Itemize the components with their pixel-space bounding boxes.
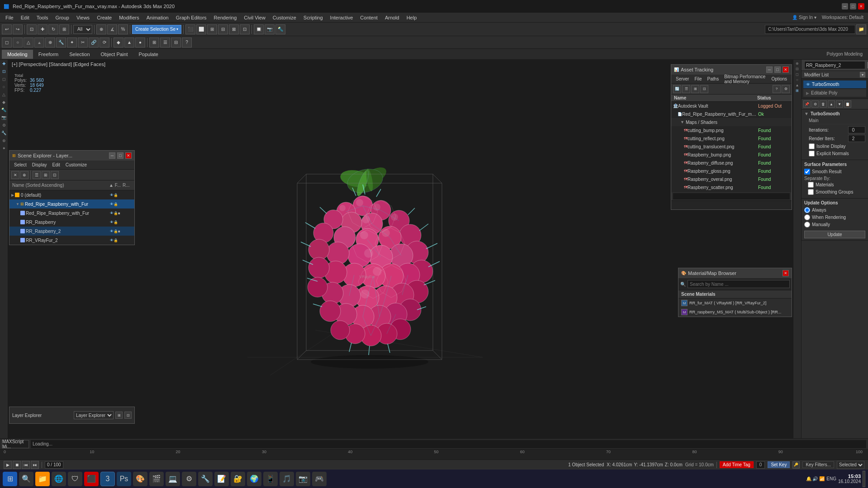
se-arrow-fur-layer[interactable]: ▼ — [16, 202, 19, 206]
taskbar-app11[interactable]: 📷 — [296, 472, 310, 486]
menu-animation[interactable]: Animation — [143, 14, 172, 21]
tb-btn3[interactable]: ⊞ — [207, 24, 217, 34]
timeline-track[interactable]: 0 10 20 30 40 50 60 70 80 90 100 — [0, 450, 868, 460]
se-btn5[interactable]: ⊡ — [51, 171, 59, 179]
se-menu-select[interactable]: Select — [11, 161, 29, 168]
se-eye-raspberry[interactable]: 👁 — [110, 220, 114, 224]
ls-icon-1[interactable]: ✚ — [1, 62, 7, 68]
taskbar-chrome[interactable]: 🌐 — [52, 472, 66, 486]
search-taskbar[interactable]: 🔍 — [19, 472, 33, 486]
sign-in-button[interactable]: 👤 Sign In ▾ — [789, 15, 819, 20]
menu-views[interactable]: Views — [73, 14, 93, 21]
mod-tool-down[interactable]: ▼ — [836, 100, 843, 108]
key-controls-btn[interactable]: 🔑 — [792, 461, 800, 469]
taskbar-app9[interactable]: 📱 — [263, 472, 278, 486]
modifier-turbosmooth[interactable]: 👁 TurboSmooth — [803, 81, 866, 88]
at-menu-options[interactable]: Options — [769, 76, 790, 82]
taskbar-app12[interactable]: 🎮 — [312, 472, 327, 486]
tab-selection[interactable]: Selection — [64, 50, 95, 59]
help-btn[interactable]: ? — [182, 38, 192, 47]
se-btn2[interactable]: ⊕ — [20, 171, 28, 179]
menu-arnold[interactable]: Arnold — [381, 14, 403, 21]
at-maps-arrow[interactable]: ▼ — [680, 120, 684, 124]
le-btn2[interactable]: ⊡ — [124, 412, 132, 419]
maximize-button[interactable]: □ — [850, 3, 856, 9]
modifier-editable-poly[interactable]: ▶ Editable Poly — [803, 89, 866, 97]
se-eye-fur-obj[interactable]: 👁 — [110, 211, 114, 215]
at-row-map6[interactable]: 🗺 Raspberry_gloss.png Found — [671, 167, 792, 175]
at-help[interactable]: ? — [773, 85, 781, 93]
se-row-raspberry2[interactable]: RR_Raspberry_2 👁 🔒 ■ — [9, 227, 134, 236]
at-row-map3[interactable]: 🗺 cutting_translucent.png Found — [671, 142, 792, 151]
vp-icon-4[interactable]: ○ — [796, 78, 798, 82]
add-time-tag-btn[interactable]: Add Time Tag — [720, 461, 754, 468]
path-browse-button[interactable]: 📁 — [856, 24, 866, 34]
scale-button[interactable]: ⊞ — [59, 24, 69, 34]
tab-freeform[interactable]: Freeform — [33, 50, 64, 59]
manually-radio[interactable] — [804, 222, 810, 227]
smoothing-groups-checkbox[interactable] — [808, 189, 814, 195]
mod-tool-delete[interactable]: 🗑 — [820, 100, 827, 108]
poly-btn6[interactable]: 🔧 — [56, 38, 66, 47]
play-btn[interactable]: ▶ — [4, 461, 12, 469]
at-row-map4[interactable]: 🗺 Raspberry_bump.png Found — [671, 151, 792, 159]
se-menu-customize[interactable]: Customize — [63, 161, 90, 168]
poly-btn1[interactable]: ◻ — [2, 38, 12, 47]
tab-object-paint[interactable]: Object Paint — [95, 50, 133, 59]
mode-dropdown[interactable]: All — [73, 25, 92, 34]
taskbar-app1[interactable]: 🎨 — [133, 472, 147, 486]
taskbar-norton[interactable]: 🛡 — [68, 472, 82, 486]
scene-explorer-minimize[interactable]: ─ — [109, 152, 115, 159]
mod-tool-up[interactable]: ▲ — [828, 100, 835, 108]
percent-snap-btn[interactable]: % — [118, 24, 128, 34]
ts-render-iters-field[interactable] — [848, 135, 865, 142]
at-close[interactable]: ✕ — [783, 66, 789, 73]
always-radio[interactable] — [804, 207, 810, 213]
tb-btn7[interactable]: 🔲 — [254, 24, 264, 34]
maxscript-mini[interactable]: MAXScript Mi... — [2, 440, 29, 448]
taskbar-app3[interactable]: 💻 — [166, 472, 180, 486]
smooth-result-checkbox[interactable] — [804, 169, 810, 175]
mod-tool-paste[interactable]: 📋 — [844, 100, 851, 108]
ls-icon-10[interactable]: 🔧 — [1, 131, 7, 137]
se-btn3[interactable]: ☰ — [33, 171, 41, 179]
taskbar-app7[interactable]: 🔐 — [231, 472, 245, 486]
redo-button[interactable]: ↪ — [13, 24, 23, 34]
poly-btn7[interactable]: ✦ — [67, 38, 77, 47]
at-row-map8[interactable]: 🗺 Raspberry_scatter.png Found — [671, 183, 792, 191]
modifier-list-btn[interactable]: ▾ — [860, 72, 865, 77]
taskbar-app10[interactable]: 🎵 — [280, 472, 294, 486]
material-item-2[interactable]: M RR_raspberry_MS_MAT ( Multi/Sub-Object… — [678, 308, 792, 317]
tab-modeling[interactable]: Modeling — [2, 50, 33, 59]
menu-civil-view[interactable]: Civil View — [240, 14, 269, 21]
prev-frame-btn[interactable]: ⏮ — [22, 461, 30, 469]
ls-icon-9[interactable]: ⚙ — [1, 123, 7, 129]
poly-btn5[interactable]: ⊕ — [45, 38, 55, 47]
material-browser-close[interactable]: ✕ — [783, 270, 789, 276]
at-row-map2[interactable]: 🗺 cutting_reflect.png Found — [671, 134, 792, 142]
ls-icon-7[interactable]: 🔦 — [1, 108, 7, 114]
menu-create[interactable]: Create — [93, 14, 115, 21]
le-btn1[interactable]: ⊞ — [115, 412, 123, 419]
materials-checkbox[interactable] — [808, 182, 814, 188]
menu-help[interactable]: Help — [403, 14, 421, 21]
vp-icon-5[interactable]: ▲ — [796, 83, 799, 87]
se-btn4[interactable]: ⊞ — [42, 171, 50, 179]
menu-interactive[interactable]: Interactive — [327, 14, 357, 21]
at-menu-paths[interactable]: Paths — [705, 76, 722, 82]
shape-btn2[interactable]: ▲ — [124, 38, 134, 47]
scene-explorer-close[interactable]: ✕ — [125, 152, 132, 159]
menu-group[interactable]: Group — [52, 14, 73, 21]
mod-tool-pin[interactable]: 📌 — [803, 100, 811, 108]
object-name-field[interactable] — [804, 61, 865, 69]
undo-button[interactable]: ↩ — [2, 24, 12, 34]
frame-slider[interactable]: 0 — [756, 461, 765, 469]
create-selection-button[interactable]: Create Selection Se ▾ — [132, 25, 181, 34]
se-menu-edit[interactable]: Edit — [50, 161, 63, 168]
align-btn3[interactable]: ⊟ — [171, 38, 181, 47]
se-menu-display[interactable]: Display — [29, 161, 50, 168]
stop-btn[interactable]: ⏹ — [13, 461, 21, 469]
menu-customize[interactable]: Customize — [269, 14, 300, 21]
tab-populate[interactable]: Populate — [133, 50, 163, 59]
menu-scripting[interactable]: Scripting — [300, 14, 327, 21]
